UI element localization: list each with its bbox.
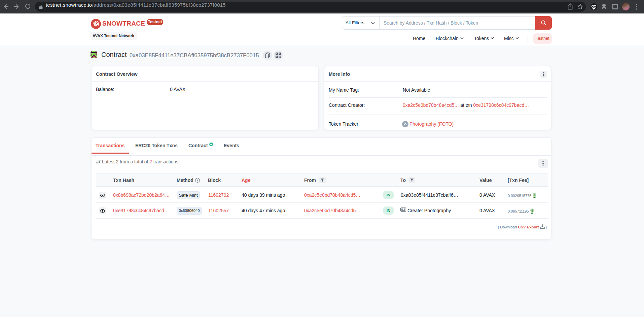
svg-text:$: $ [534, 193, 535, 197]
svg-text:$: $ [531, 209, 533, 212]
